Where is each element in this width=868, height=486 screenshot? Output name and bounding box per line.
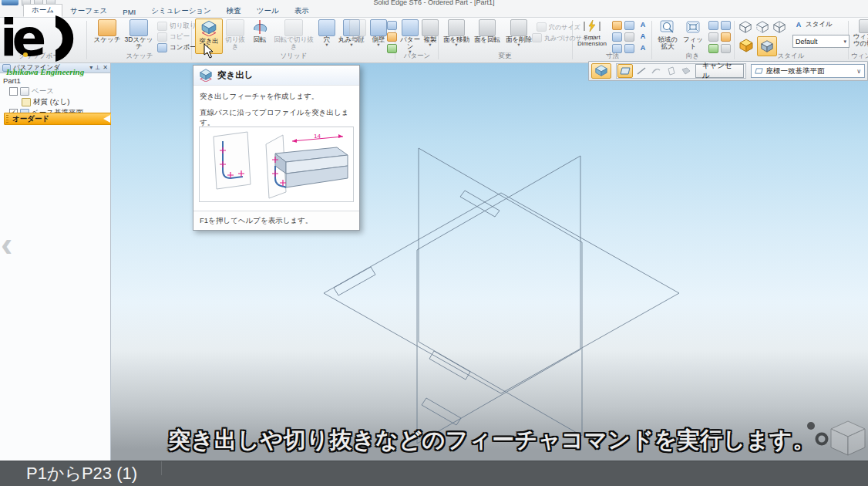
- zoom-out-icon[interactable]: [721, 21, 731, 30]
- sketch-icon: [98, 19, 116, 36]
- extrude-command-icon[interactable]: [591, 63, 611, 79]
- plane-mode-select[interactable]: 座標一致基準平面 ∨: [751, 64, 865, 78]
- hidden-edges-cube-icon[interactable]: [755, 20, 769, 37]
- watermark-text: Ishikawa Engineering: [6, 67, 84, 76]
- pattern-icon: [402, 19, 419, 36]
- base-icon: [20, 87, 29, 96]
- text-style-icon[interactable]: A: [638, 44, 648, 52]
- delete-face-button[interactable]: 面を削除: [504, 19, 533, 46]
- ribbon-group-pattern: パターン 複製 パターン: [396, 18, 438, 62]
- pattern-button[interactable]: パターン: [397, 19, 423, 53]
- group-label: ソリッド: [193, 52, 395, 61]
- dimension-tool-icon[interactable]: [624, 21, 634, 30]
- move-face-button[interactable]: 面を移動: [442, 19, 471, 46]
- label: パターン: [397, 36, 423, 50]
- tab-simulation[interactable]: シミュレーション: [143, 5, 219, 17]
- revolved-cutout-button[interactable]: 回転で切り抜き: [271, 19, 317, 50]
- viewport-3d[interactable]: キャンセル 座標一致基準平面 ∨ 突き出し: [111, 63, 868, 461]
- visible-edges-cube-icon[interactable]: [738, 20, 752, 37]
- close-icon[interactable]: ✕: [103, 65, 108, 71]
- cutout-button[interactable]: 切り抜き: [223, 19, 247, 50]
- ribbon-group-orient: 領域の拡大 フィット 向き: [653, 18, 732, 62]
- select-plane-step-icon[interactable]: [617, 64, 632, 78]
- tab-view[interactable]: 表示: [287, 5, 317, 17]
- video-title: P1からP23 (1): [0, 462, 137, 485]
- duplicate-button[interactable]: 複製: [422, 19, 438, 46]
- hole-icon: [318, 19, 335, 36]
- app-button-icon[interactable]: [2, 0, 19, 5]
- label: 面を回転: [474, 36, 500, 43]
- dimension-tool-icon[interactable]: [612, 21, 622, 30]
- tab-pmi[interactable]: PMI: [115, 7, 143, 17]
- switch-window-icon: [859, 19, 868, 33]
- logo-text: ie: [0, 11, 45, 65]
- previous-chevron-icon[interactable]: ‹: [1, 223, 12, 265]
- draft-button[interactable]: 勾配: [348, 19, 368, 43]
- style-select[interactable]: Default ▾: [792, 35, 849, 48]
- finish-step-icon[interactable]: [679, 65, 692, 77]
- ordered-mode-bar[interactable]: オーダード: [4, 113, 113, 125]
- material-label: 材質 (なし): [33, 97, 69, 107]
- label: フィット: [681, 36, 705, 50]
- text-style-icon[interactable]: A: [638, 21, 648, 29]
- chevron-down-icon: ▾: [843, 39, 846, 45]
- ribbon: クリップボード スケッチ 3Dスケッチ 切り取り コピー コンポーネント: [0, 18, 868, 63]
- tab-tools[interactable]: ツール: [249, 5, 287, 17]
- base-checkbox[interactable]: [9, 87, 18, 96]
- style-caption: A スタイル: [794, 20, 833, 29]
- side-step-icon[interactable]: [649, 65, 662, 77]
- plane-mode-value: 座標一致基準平面: [766, 66, 825, 76]
- revolve-button[interactable]: 回転: [249, 19, 271, 43]
- fit-button[interactable]: フィット: [681, 19, 705, 50]
- sketch-button[interactable]: スケッチ: [93, 19, 122, 43]
- view-face-icon[interactable]: [721, 32, 731, 42]
- tree-item-part[interactable]: Part1: [0, 76, 110, 85]
- dimension-tool-icon[interactable]: [612, 32, 622, 42]
- label: Smart Dimension: [576, 35, 608, 48]
- cut-button[interactable]: 切り取り: [157, 22, 196, 31]
- switch-window-button[interactable]: ウィンドウの切り替え: [851, 19, 868, 47]
- text-style-icon[interactable]: A: [638, 32, 648, 40]
- hole-button[interactable]: 穴: [318, 19, 335, 46]
- tree-item-base[interactable]: ベース: [0, 86, 110, 96]
- cancel-button[interactable]: キャンセル: [695, 64, 744, 78]
- dimension-tool-icon[interactable]: [624, 32, 634, 42]
- zoom-area-button[interactable]: 領域の拡大: [655, 19, 680, 50]
- smart-dimension-button[interactable]: Smart Dimension: [576, 19, 608, 48]
- group-divider: [734, 21, 735, 59]
- sketch-3d-icon: [130, 19, 148, 36]
- group-divider: [651, 21, 652, 59]
- tree-item-material[interactable]: 材質 (なし): [0, 97, 110, 106]
- group-label: スタイル: [735, 52, 846, 61]
- corner-watermark: [802, 415, 868, 461]
- cutout-icon: [226, 19, 244, 36]
- move-face-icon: [448, 19, 465, 36]
- material-icon: [22, 98, 31, 106]
- mouse-cursor: [204, 43, 214, 59]
- draw-profile-step-icon[interactable]: [634, 65, 648, 77]
- label: ウィンドウの切り替え: [852, 33, 868, 47]
- label: 勾配: [352, 36, 365, 43]
- wireframe-cube-icon[interactable]: [772, 20, 786, 37]
- sketch-3d-button[interactable]: 3Dスケッチ: [122, 19, 156, 50]
- ribbon-group-sketch: スケッチ 3Dスケッチ 切り取り コピー コンポーネント スケッチ: [88, 18, 191, 62]
- label: スタイル: [806, 20, 833, 29]
- thin-wall-button[interactable]: 側壁: [368, 19, 389, 46]
- zoom-icon[interactable]: [708, 21, 718, 30]
- duplicate-icon: [422, 19, 439, 36]
- smart-dimension-icon: [583, 19, 601, 35]
- round-size-icon: [532, 33, 542, 42]
- label: コピー: [170, 32, 190, 42]
- extent-step-icon[interactable]: [664, 65, 678, 77]
- tab-inspect[interactable]: 検査: [219, 5, 249, 17]
- hole-size-icon: [537, 22, 547, 32]
- tooltip-illustration: 14: [199, 127, 354, 202]
- copy-button[interactable]: コピー: [157, 32, 190, 42]
- rotate-face-button[interactable]: 面を回転: [473, 19, 502, 43]
- extrude-icon: [200, 19, 217, 38]
- revolve-icon: [251, 19, 268, 36]
- pan-icon[interactable]: [708, 32, 718, 42]
- pin-icon[interactable]: ⊥: [95, 65, 100, 71]
- zoom-area-icon: [659, 19, 676, 36]
- grip-icon: [6, 115, 8, 123]
